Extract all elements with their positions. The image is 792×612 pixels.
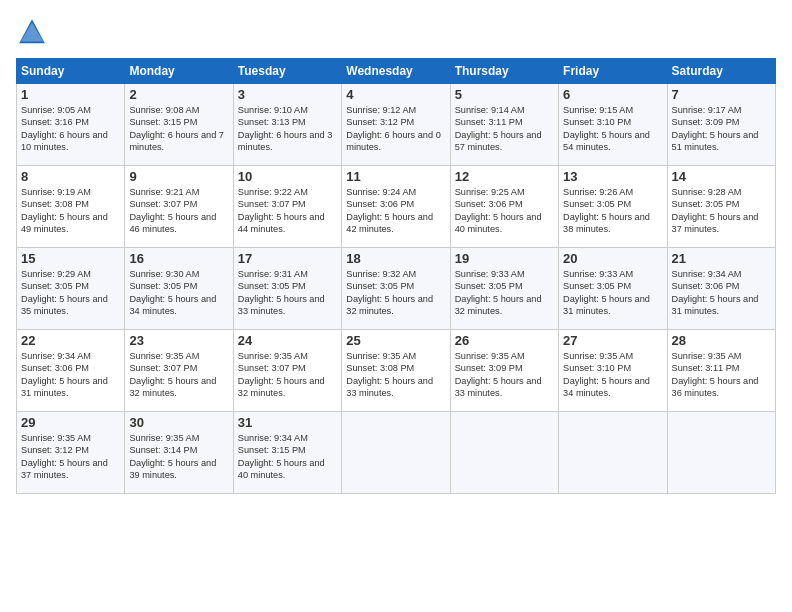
day-number: 23 [129, 333, 228, 348]
cell-info: Sunrise: 9:35 AMSunset: 3:12 PMDaylight:… [21, 433, 108, 480]
calendar-cell: 11 Sunrise: 9:24 AMSunset: 3:06 PMDaylig… [342, 166, 450, 248]
cell-info: Sunrise: 9:05 AMSunset: 3:16 PMDaylight:… [21, 105, 108, 152]
day-number: 26 [455, 333, 554, 348]
calendar-cell: 19 Sunrise: 9:33 AMSunset: 3:05 PMDaylig… [450, 248, 558, 330]
day-number: 16 [129, 251, 228, 266]
calendar-cell: 5 Sunrise: 9:14 AMSunset: 3:11 PMDayligh… [450, 84, 558, 166]
cell-info: Sunrise: 9:24 AMSunset: 3:06 PMDaylight:… [346, 187, 433, 234]
calendar-cell: 30 Sunrise: 9:35 AMSunset: 3:14 PMDaylig… [125, 412, 233, 494]
day-number: 24 [238, 333, 337, 348]
cell-info: Sunrise: 9:25 AMSunset: 3:06 PMDaylight:… [455, 187, 542, 234]
cell-info: Sunrise: 9:22 AMSunset: 3:07 PMDaylight:… [238, 187, 325, 234]
calendar-cell: 3 Sunrise: 9:10 AMSunset: 3:13 PMDayligh… [233, 84, 341, 166]
logo-icon [16, 16, 48, 48]
day-number: 27 [563, 333, 662, 348]
cell-info: Sunrise: 9:30 AMSunset: 3:05 PMDaylight:… [129, 269, 216, 316]
cell-info: Sunrise: 9:34 AMSunset: 3:06 PMDaylight:… [672, 269, 759, 316]
calendar-cell [342, 412, 450, 494]
calendar-cell: 28 Sunrise: 9:35 AMSunset: 3:11 PMDaylig… [667, 330, 775, 412]
calendar-table: SundayMondayTuesdayWednesdayThursdayFrid… [16, 58, 776, 494]
calendar-cell: 24 Sunrise: 9:35 AMSunset: 3:07 PMDaylig… [233, 330, 341, 412]
header-cell-monday: Monday [125, 59, 233, 84]
cell-info: Sunrise: 9:35 AMSunset: 3:07 PMDaylight:… [129, 351, 216, 398]
day-number: 7 [672, 87, 771, 102]
calendar-cell [559, 412, 667, 494]
day-number: 13 [563, 169, 662, 184]
day-number: 10 [238, 169, 337, 184]
calendar-cell: 14 Sunrise: 9:28 AMSunset: 3:05 PMDaylig… [667, 166, 775, 248]
calendar-cell: 31 Sunrise: 9:34 AMSunset: 3:15 PMDaylig… [233, 412, 341, 494]
calendar-cell: 29 Sunrise: 9:35 AMSunset: 3:12 PMDaylig… [17, 412, 125, 494]
day-number: 17 [238, 251, 337, 266]
calendar-cell: 17 Sunrise: 9:31 AMSunset: 3:05 PMDaylig… [233, 248, 341, 330]
week-row-4: 22 Sunrise: 9:34 AMSunset: 3:06 PMDaylig… [17, 330, 776, 412]
header-cell-tuesday: Tuesday [233, 59, 341, 84]
week-row-5: 29 Sunrise: 9:35 AMSunset: 3:12 PMDaylig… [17, 412, 776, 494]
day-number: 11 [346, 169, 445, 184]
calendar-cell: 6 Sunrise: 9:15 AMSunset: 3:10 PMDayligh… [559, 84, 667, 166]
calendar-cell: 12 Sunrise: 9:25 AMSunset: 3:06 PMDaylig… [450, 166, 558, 248]
cell-info: Sunrise: 9:35 AMSunset: 3:11 PMDaylight:… [672, 351, 759, 398]
cell-info: Sunrise: 9:32 AMSunset: 3:05 PMDaylight:… [346, 269, 433, 316]
calendar-cell: 25 Sunrise: 9:35 AMSunset: 3:08 PMDaylig… [342, 330, 450, 412]
day-number: 3 [238, 87, 337, 102]
page-container: SundayMondayTuesdayWednesdayThursdayFrid… [0, 0, 792, 502]
cell-info: Sunrise: 9:33 AMSunset: 3:05 PMDaylight:… [455, 269, 542, 316]
cell-info: Sunrise: 9:17 AMSunset: 3:09 PMDaylight:… [672, 105, 759, 152]
calendar-cell: 10 Sunrise: 9:22 AMSunset: 3:07 PMDaylig… [233, 166, 341, 248]
calendar-cell: 1 Sunrise: 9:05 AMSunset: 3:16 PMDayligh… [17, 84, 125, 166]
header-cell-sunday: Sunday [17, 59, 125, 84]
week-row-2: 8 Sunrise: 9:19 AMSunset: 3:08 PMDayligh… [17, 166, 776, 248]
calendar-cell: 7 Sunrise: 9:17 AMSunset: 3:09 PMDayligh… [667, 84, 775, 166]
header-row: SundayMondayTuesdayWednesdayThursdayFrid… [17, 59, 776, 84]
day-number: 19 [455, 251, 554, 266]
calendar-cell: 26 Sunrise: 9:35 AMSunset: 3:09 PMDaylig… [450, 330, 558, 412]
calendar-cell: 23 Sunrise: 9:35 AMSunset: 3:07 PMDaylig… [125, 330, 233, 412]
cell-info: Sunrise: 9:28 AMSunset: 3:05 PMDaylight:… [672, 187, 759, 234]
header-cell-wednesday: Wednesday [342, 59, 450, 84]
day-number: 31 [238, 415, 337, 430]
day-number: 14 [672, 169, 771, 184]
day-number: 20 [563, 251, 662, 266]
day-number: 4 [346, 87, 445, 102]
cell-info: Sunrise: 9:29 AMSunset: 3:05 PMDaylight:… [21, 269, 108, 316]
day-number: 2 [129, 87, 228, 102]
day-number: 12 [455, 169, 554, 184]
cell-info: Sunrise: 9:19 AMSunset: 3:08 PMDaylight:… [21, 187, 108, 234]
week-row-1: 1 Sunrise: 9:05 AMSunset: 3:16 PMDayligh… [17, 84, 776, 166]
calendar-cell: 18 Sunrise: 9:32 AMSunset: 3:05 PMDaylig… [342, 248, 450, 330]
svg-marker-1 [21, 22, 43, 41]
day-number: 8 [21, 169, 120, 184]
day-number: 30 [129, 415, 228, 430]
cell-info: Sunrise: 9:35 AMSunset: 3:08 PMDaylight:… [346, 351, 433, 398]
header-cell-thursday: Thursday [450, 59, 558, 84]
calendar-cell: 16 Sunrise: 9:30 AMSunset: 3:05 PMDaylig… [125, 248, 233, 330]
day-number: 9 [129, 169, 228, 184]
calendar-cell: 9 Sunrise: 9:21 AMSunset: 3:07 PMDayligh… [125, 166, 233, 248]
calendar-cell: 2 Sunrise: 9:08 AMSunset: 3:15 PMDayligh… [125, 84, 233, 166]
cell-info: Sunrise: 9:31 AMSunset: 3:05 PMDaylight:… [238, 269, 325, 316]
cell-info: Sunrise: 9:35 AMSunset: 3:07 PMDaylight:… [238, 351, 325, 398]
calendar-cell: 27 Sunrise: 9:35 AMSunset: 3:10 PMDaylig… [559, 330, 667, 412]
cell-info: Sunrise: 9:08 AMSunset: 3:15 PMDaylight:… [129, 105, 224, 152]
calendar-cell: 21 Sunrise: 9:34 AMSunset: 3:06 PMDaylig… [667, 248, 775, 330]
day-number: 29 [21, 415, 120, 430]
cell-info: Sunrise: 9:15 AMSunset: 3:10 PMDaylight:… [563, 105, 650, 152]
cell-info: Sunrise: 9:10 AMSunset: 3:13 PMDaylight:… [238, 105, 333, 152]
cell-info: Sunrise: 9:35 AMSunset: 3:14 PMDaylight:… [129, 433, 216, 480]
cell-info: Sunrise: 9:26 AMSunset: 3:05 PMDaylight:… [563, 187, 650, 234]
cell-info: Sunrise: 9:35 AMSunset: 3:09 PMDaylight:… [455, 351, 542, 398]
calendar-cell: 4 Sunrise: 9:12 AMSunset: 3:12 PMDayligh… [342, 84, 450, 166]
calendar-cell: 20 Sunrise: 9:33 AMSunset: 3:05 PMDaylig… [559, 248, 667, 330]
calendar-cell [667, 412, 775, 494]
week-row-3: 15 Sunrise: 9:29 AMSunset: 3:05 PMDaylig… [17, 248, 776, 330]
calendar-cell [450, 412, 558, 494]
cell-info: Sunrise: 9:21 AMSunset: 3:07 PMDaylight:… [129, 187, 216, 234]
cell-info: Sunrise: 9:33 AMSunset: 3:05 PMDaylight:… [563, 269, 650, 316]
cell-info: Sunrise: 9:12 AMSunset: 3:12 PMDaylight:… [346, 105, 441, 152]
day-number: 18 [346, 251, 445, 266]
calendar-cell: 13 Sunrise: 9:26 AMSunset: 3:05 PMDaylig… [559, 166, 667, 248]
calendar-cell: 8 Sunrise: 9:19 AMSunset: 3:08 PMDayligh… [17, 166, 125, 248]
cell-info: Sunrise: 9:35 AMSunset: 3:10 PMDaylight:… [563, 351, 650, 398]
logo [16, 16, 52, 48]
